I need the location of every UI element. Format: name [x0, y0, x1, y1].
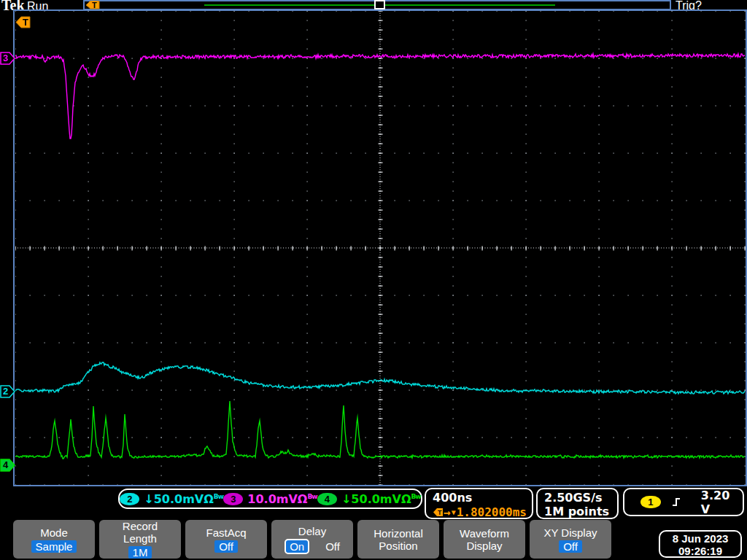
delay-flag-icon: T	[433, 508, 444, 517]
ch3-badge: 3	[223, 493, 243, 505]
record-length-readout: 1M points	[544, 505, 617, 518]
trigger-position-flag-icon[interactable]: T	[85, 1, 100, 9]
time-text: 09:26:19	[660, 545, 740, 557]
trigger-source-badge: 1	[640, 496, 661, 508]
ch2-badge: 2	[120, 493, 139, 505]
trigger-level: 3.20 V	[701, 489, 743, 516]
delay-on-option[interactable]: On	[285, 539, 309, 554]
svg-text:2: 2	[3, 386, 8, 397]
svg-text:4: 4	[3, 459, 9, 470]
svg-text:T: T	[92, 1, 97, 9]
waveform-canvas	[15, 11, 746, 485]
menu-button-delay[interactable]: Delay On Off	[271, 520, 353, 559]
menu-button-waveform-display[interactable]: Waveform Display	[444, 520, 525, 559]
menu-button-record-length[interactable]: Record Length 1M	[99, 520, 181, 559]
svg-text:3: 3	[3, 52, 8, 63]
datetime-box: 8 Jun 2023 09:26:19	[659, 530, 742, 558]
bottom-menu-bar: Mode Sample Record Length 1M FastAcq Off…	[13, 520, 611, 559]
ch2-readout: 2 ↓50.0mVΩBᴡ	[120, 492, 223, 506]
menu-button-mode[interactable]: Mode Sample	[13, 520, 95, 559]
record-length-value: 1M	[128, 546, 152, 559]
delay-readout: T →▼1.802000ms	[433, 505, 532, 519]
menu-button-horizontal-position[interactable]: Horizontal Position	[357, 520, 439, 559]
window-position-bracket[interactable]	[374, 0, 385, 9]
sampling-readout-box[interactable]: 2.50GS/s 1M points	[536, 488, 619, 519]
ch4-badge: 4	[317, 493, 337, 505]
sample-rate: 2.50GS/s	[544, 491, 617, 505]
fastacq-value: Off	[214, 540, 238, 553]
ch3-position-marker[interactable]: 3	[0, 52, 15, 65]
channel-readouts-box[interactable]: 2 ↓50.0mVΩBᴡ 3 10.0mVΩBᴡ 4 ↓50.0mVΩBᴡ	[118, 489, 422, 509]
ch4-position-marker[interactable]: 4	[0, 459, 15, 472]
ch2-position-marker[interactable]: 2	[0, 385, 15, 398]
ch4-readout: 4 ↓50.0mVΩBᴡ	[317, 492, 421, 506]
waveform-display-area	[13, 9, 747, 486]
trigger-readout-box[interactable]: 1 3.20 V	[623, 488, 744, 516]
date-text: 8 Jun 2023	[660, 532, 740, 545]
ch2-scale: ↓50.0mVΩBᴡ	[144, 492, 223, 506]
timebase-scale: 400ns	[433, 491, 532, 505]
svg-text:T: T	[23, 17, 28, 28]
rising-edge-slope-icon	[671, 497, 682, 508]
ch3-scale: 10.0mVΩBᴡ	[247, 492, 317, 506]
delay-off-option[interactable]: Off	[325, 540, 340, 553]
xy-display-value: Off	[559, 540, 582, 553]
ch4-scale: ↓50.0mVΩBᴡ	[341, 492, 421, 506]
ch3-readout: 3 10.0mVΩBᴡ	[223, 492, 317, 506]
menu-button-fastacq[interactable]: FastAcq Off	[185, 520, 267, 559]
svg-text:T: T	[438, 509, 442, 516]
mode-value: Sample	[31, 540, 77, 553]
delay-reference-flag-icon[interactable]: T	[15, 16, 31, 28]
timebase-readout-box[interactable]: 400ns T →▼1.802000ms	[425, 488, 533, 519]
menu-button-xy-display[interactable]: XY Display Off	[530, 520, 611, 559]
